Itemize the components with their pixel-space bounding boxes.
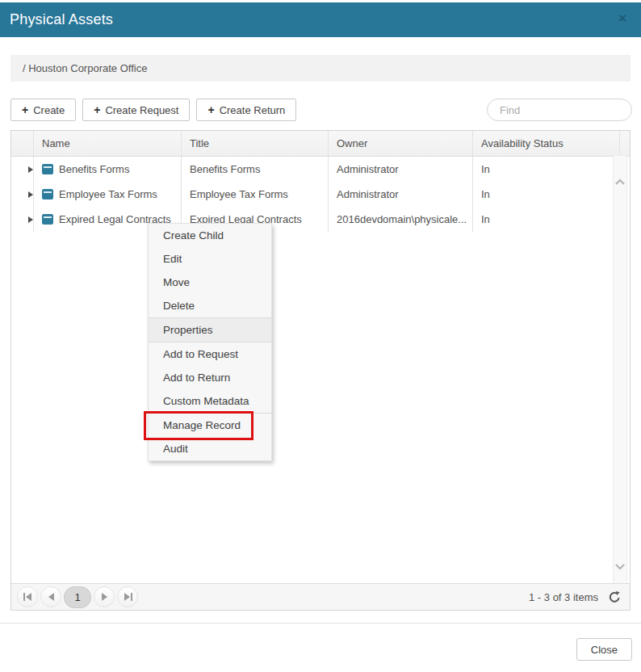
plus-icon: + — [94, 104, 100, 116]
plus-icon: + — [22, 104, 28, 116]
row-owner: Administrator — [328, 157, 472, 182]
menu-item-manage-record[interactable]: Manage Record — [149, 414, 271, 437]
create-return-button[interactable]: + Create Return — [196, 99, 296, 121]
row-availability: In — [472, 182, 619, 207]
menu-item-audit[interactable]: Audit — [149, 437, 271, 460]
first-page-button[interactable] — [17, 586, 38, 607]
column-header-filler — [619, 131, 630, 156]
table-row[interactable]: Benefits Forms Benefits Forms Administra… — [11, 157, 630, 182]
plus-icon: + — [207, 104, 214, 116]
row-name[interactable]: Benefits Forms — [59, 163, 129, 175]
dialog-title: Physical Assets — [10, 11, 113, 28]
row-availability: In — [472, 207, 619, 232]
pager-bar: 1 1 - 3 of 3 items — [11, 583, 630, 610]
create-request-button-label: Create Request — [105, 104, 178, 116]
menu-item-delete[interactable]: Delete — [149, 294, 271, 317]
column-header-name[interactable]: Name — [33, 131, 181, 156]
create-button[interactable]: + Create — [10, 99, 76, 121]
menu-item-add-to-request[interactable]: Add to Request — [149, 342, 271, 366]
dialog-titlebar: Physical Assets × — [0, 2, 641, 37]
find-input[interactable] — [487, 99, 632, 121]
menu-item-properties[interactable]: Properties — [149, 318, 271, 342]
row-expand-cell[interactable] — [11, 182, 33, 207]
current-page-indicator[interactable]: 1 — [64, 586, 91, 608]
context-menu: Create Child Edit Move Delete Properties… — [148, 223, 272, 461]
menu-item-add-to-return[interactable]: Add to Return — [149, 366, 271, 389]
row-expand-cell[interactable] — [11, 157, 33, 182]
column-header-availability[interactable]: Availability Status — [472, 131, 619, 156]
table-row[interactable]: Employee Tax Forms Employee Tax Forms Ad… — [11, 182, 630, 207]
previous-page-button[interactable] — [40, 586, 61, 607]
breadcrumb: / Houston Corporate Office — [10, 55, 631, 82]
create-return-button-label: Create Return — [220, 104, 286, 116]
close-icon[interactable]: × — [614, 10, 631, 27]
vertical-scrollbar[interactable] — [613, 156, 627, 583]
row-title: Benefits Forms — [181, 157, 328, 182]
scroll-down-icon[interactable] — [614, 559, 626, 565]
breadcrumb-path[interactable]: / Houston Corporate Office — [23, 62, 147, 74]
column-header-title[interactable]: Title — [181, 131, 328, 156]
grid-header-row: Name Title Owner Availability Status — [11, 131, 630, 157]
create-request-button[interactable]: + Create Request — [82, 99, 190, 121]
menu-item-custom-metadata[interactable]: Custom Metadata — [149, 389, 271, 413]
footer-divider — [0, 623, 641, 624]
table-row[interactable]: Expired Legal Contracts Expired Legal Co… — [11, 207, 630, 232]
scroll-up-icon[interactable] — [614, 174, 626, 180]
last-page-button[interactable] — [117, 586, 138, 607]
toolbar: + Create + Create Request + Create Retur… — [10, 99, 296, 121]
menu-item-create-child[interactable]: Create Child — [149, 224, 271, 247]
next-page-button[interactable] — [94, 586, 115, 607]
refresh-icon[interactable] — [608, 590, 622, 604]
asset-box-icon — [42, 164, 53, 174]
row-owner: 2016devdomain\physicale... — [328, 207, 472, 232]
row-expand-cell[interactable] — [11, 207, 33, 232]
assets-grid: Name Title Owner Availability Status Ben… — [10, 130, 631, 611]
row-owner: Administrator — [328, 182, 472, 207]
column-header-owner[interactable]: Owner — [328, 131, 472, 156]
pager-summary: 1 - 3 of 3 items — [529, 591, 598, 603]
expand-column-header — [11, 131, 33, 156]
row-name[interactable]: Employee Tax Forms — [59, 188, 157, 200]
menu-item-move[interactable]: Move — [149, 271, 271, 294]
asset-box-icon — [42, 214, 53, 225]
create-button-label: Create — [33, 104, 65, 116]
asset-box-icon — [42, 189, 53, 200]
row-title: Employee Tax Forms — [181, 182, 328, 207]
row-availability: In — [472, 157, 619, 182]
close-button[interactable]: Close — [576, 638, 632, 661]
menu-item-edit[interactable]: Edit — [149, 247, 271, 271]
